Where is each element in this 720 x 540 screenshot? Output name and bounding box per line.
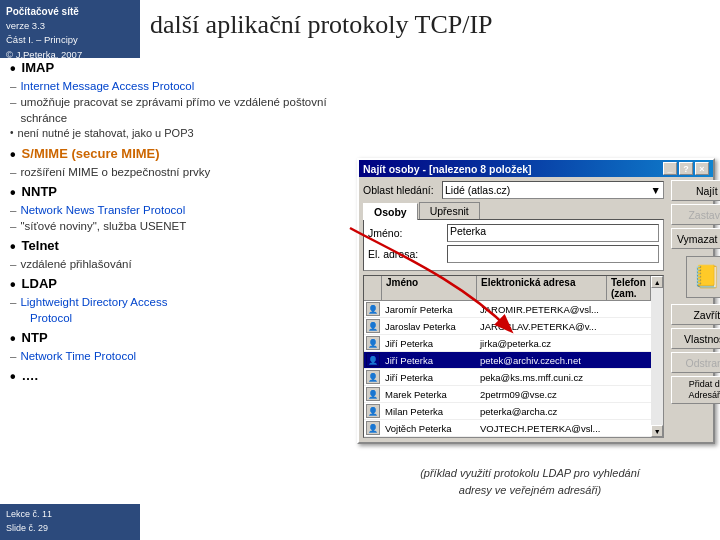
stop-button[interactable]: Zastavit (671, 204, 720, 225)
item-label-imap: IMAP (22, 60, 55, 75)
minimize-button[interactable]: _ (663, 162, 677, 175)
ldap-subs: – Lightweight Directory Access Protocol (10, 294, 360, 326)
ntp-sub-1: – Network Time Protocol (10, 348, 360, 364)
corner-part: Část I. – Principy (6, 33, 134, 47)
bullet-dot: • (10, 147, 16, 163)
smime-sub-1: – rozšíření MIME o bezpečnostní prvky (10, 164, 360, 180)
table-row[interactable]: 👤 Jiří Peterka peka@ks.ms.mff.cuni.cz (364, 369, 651, 386)
content-area: • IMAP – Internet Message Access Protoco… (10, 60, 360, 500)
table-content: Jméno Elektronická adresa Telefon (zam. … (364, 276, 651, 437)
search-panel: Jméno: Peterka El. adresa: (363, 219, 664, 271)
row-icon: 👤 (366, 387, 380, 401)
item-label-more: …. (22, 368, 39, 383)
caption-line1: (příklad využití protokolu LDAP pro vyhl… (420, 467, 640, 479)
row-icon: 👤 (366, 302, 380, 316)
scroll-track (651, 288, 663, 425)
td-email: peterka@archa.cz (477, 406, 607, 417)
nntp-sub-2: – "síťové noviny", služba USENET (10, 218, 360, 234)
td-name: Jaromír Peterka (382, 304, 477, 315)
table-row[interactable]: 👤 Vojtěch Peterka VOJTECH.PETERKA@vsl... (364, 420, 651, 437)
imap-sub-2: – umožňuje pracovat se zprávami přímo ve… (10, 94, 360, 126)
add-to-addressbook-button[interactable]: Přidat do Adresáře (671, 376, 720, 404)
item-label-smime: S/MIME (secure MIME) (22, 146, 160, 161)
td-name: Jaroslav Peterka (382, 321, 477, 332)
table-header: Jméno Elektronická adresa Telefon (zam. (364, 276, 651, 301)
name-row: Jméno: Peterka (368, 224, 659, 242)
td-name: Marek Peterka (382, 389, 477, 400)
dropdown-arrow-icon: ▼ (650, 184, 660, 196)
th-name: Jméno (382, 276, 477, 300)
list-item-more: • …. (10, 368, 360, 385)
row-icon: 👤 (366, 336, 380, 350)
ldap-sub-1: – Lightweight Directory Access Protocol (10, 294, 360, 326)
email-label: El. adresa: (368, 248, 443, 260)
telnet-sub-1: – vzdálené přihlašování (10, 256, 360, 272)
email-input[interactable] (447, 245, 659, 263)
slide-info: Lekce č. 11 Slide č. 29 (0, 504, 140, 540)
imap-subsub-1: není nutné je stahovat, jako u POP3 (10, 126, 360, 141)
search-label: Oblast hledání: (363, 184, 438, 196)
corner-version: verze 3.3 (6, 19, 134, 33)
dialog-titlebar: Najít osoby - [nalezeno 8 položek] _ ? × (359, 160, 713, 177)
bullet-dot: • (10, 185, 16, 201)
telnet-subs: – vzdálené přihlašování (10, 256, 360, 272)
close-dialog-button[interactable]: Zavřít (671, 304, 720, 325)
table-row[interactable]: 👤 Jaroslav Peterka JAROSLAV.PETERKA@v... (364, 318, 651, 335)
caption-line2: adresy ve veřejném adresáři) (459, 484, 601, 496)
row-icon: 👤 (366, 353, 380, 367)
td-email: jirka@peterka.cz (477, 338, 607, 349)
list-item-smime: • S/MIME (secure MIME) – rozšíření MIME … (10, 146, 360, 180)
name-label: Jméno: (368, 227, 443, 239)
row-icon: 👤 (366, 404, 380, 418)
email-row: El. adresa: (368, 245, 659, 263)
corner-title: Počítačové sítě (6, 4, 134, 19)
td-email: peka@ks.ms.mff.cuni.cz (477, 372, 607, 383)
name-input[interactable]: Peterka (447, 224, 659, 242)
search-dropdown[interactable]: Lidé (atlas.cz) ▼ (442, 181, 664, 199)
search-value: Lidé (atlas.cz) (445, 184, 510, 196)
bullet-dot: • (10, 239, 16, 255)
help-button[interactable]: ? (679, 162, 693, 175)
bullet-dot: • (10, 331, 16, 347)
delete-button[interactable]: Odstranit (671, 352, 720, 373)
clear-all-button[interactable]: Vymazat vše (671, 228, 720, 249)
properties-button[interactable]: Vlastnosti (671, 328, 720, 349)
dialog-title: Najít osoby - [nalezeno 8 položek] (363, 163, 532, 175)
tabs-area: Osoby Upřesnit (363, 202, 664, 219)
td-email: VOJTECH.PETERKA@vsl... (477, 423, 607, 434)
table-row[interactable]: 👤 Milan Peterka peterka@archa.cz (364, 403, 651, 420)
bullet-dot: • (10, 277, 16, 293)
td-email: JAROSLAV.PETERKA@v... (477, 321, 607, 332)
lecture-number: Lekce č. 11 (6, 508, 134, 522)
tab-upresnit[interactable]: Upřesnit (419, 202, 480, 219)
list-item-ntp: • NTP – Network Time Protocol (10, 330, 360, 364)
table-row[interactable]: 👤 Jaromír Peterka JAROMIR.PETERKA@vsl... (364, 301, 651, 318)
table-scrollbar[interactable]: ▲ ▼ (651, 276, 663, 437)
td-name: Vojtěch Peterka (382, 423, 477, 434)
tab-osoby[interactable]: Osoby (363, 203, 418, 220)
close-button[interactable]: × (695, 162, 709, 175)
search-area-row: Oblast hledání: Lidé (atlas.cz) ▼ (363, 181, 664, 199)
scroll-up-button[interactable]: ▲ (651, 276, 663, 288)
ntp-subs: – Network Time Protocol (10, 348, 360, 364)
item-label-telnet: Telnet (22, 238, 59, 253)
table-row[interactable]: 👤 Jiří Peterka jirka@peterka.cz (364, 335, 651, 352)
th-email: Elektronická adresa (477, 276, 607, 300)
slide-number: Slide č. 29 (6, 522, 134, 536)
table-row[interactable]: 👤 Marek Peterka 2petrm09@vse.cz (364, 386, 651, 403)
td-name: Milan Peterka (382, 406, 477, 417)
imap-subs: – Internet Message Access Protocol – umo… (10, 78, 360, 142)
nntp-sub-1: – Network News Transfer Protocol (10, 202, 360, 218)
results-table: Jméno Elektronická adresa Telefon (zam. … (363, 275, 664, 438)
td-name: Jiří Peterka (382, 372, 477, 383)
dialog-right-buttons: Najít Zastavit Vymazat vše 📒 Zavřít Vlas… (668, 177, 720, 442)
button-spacer: 📒 (671, 256, 720, 301)
find-button[interactable]: Najít (671, 180, 720, 201)
td-name: Jiří Peterka (382, 355, 477, 366)
row-icon: 👤 (366, 319, 380, 333)
scroll-down-button[interactable]: ▼ (651, 425, 663, 437)
corner-info: Počítačové sítě verze 3.3 Část I. – Prin… (0, 0, 140, 58)
table-row-selected[interactable]: 👤 Jiří Peterka petek@archiv.czech.net (364, 352, 651, 369)
list-item-nntp: • NNTP – Network News Transfer Protocol … (10, 184, 360, 234)
row-icon: 👤 (366, 370, 380, 384)
